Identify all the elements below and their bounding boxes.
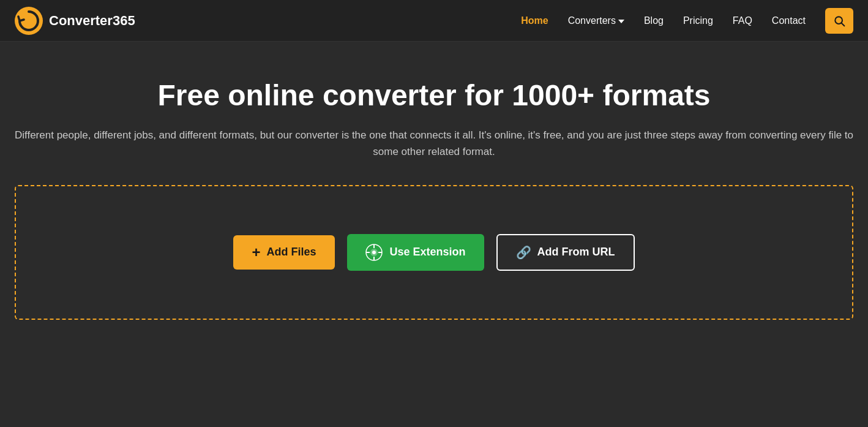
hero-title: Free online converter for 1000+ formats (158, 78, 711, 112)
nav-home[interactable]: Home (521, 15, 548, 26)
svg-point-5 (372, 251, 376, 254)
add-files-button[interactable]: + Add Files (233, 235, 334, 270)
link-icon: 🔗 (516, 245, 531, 260)
logo-icon (15, 7, 43, 35)
use-extension-button[interactable]: Use Extension (347, 234, 484, 271)
svg-line-2 (842, 23, 845, 26)
search-icon (833, 15, 845, 27)
plus-icon: + (252, 245, 260, 260)
nav-blog[interactable]: Blog (644, 15, 664, 26)
nav-pricing[interactable]: Pricing (683, 15, 713, 26)
nav-faq[interactable]: FAQ (733, 15, 752, 26)
main-nav: Home Converters Blog Pricing FAQ Contact (521, 8, 853, 34)
hero-subtitle: Different people, different jobs, and di… (12, 127, 856, 160)
main-content: Free online converter for 1000+ formats … (0, 42, 868, 344)
chevron-down-icon (618, 20, 624, 23)
logo[interactable]: Converter365 (15, 7, 135, 35)
extension-icon (365, 244, 383, 261)
logo-text: Converter365 (49, 13, 135, 29)
header: Converter365 Home Converters Blog Pricin… (0, 0, 868, 42)
search-button[interactable] (825, 8, 853, 34)
drop-zone[interactable]: + Add Files Use Extension 🔗 Add From URL (15, 185, 853, 320)
nav-converters[interactable]: Converters (568, 15, 624, 26)
add-url-button[interactable]: 🔗 Add From URL (496, 234, 635, 271)
nav-contact[interactable]: Contact (772, 15, 806, 26)
